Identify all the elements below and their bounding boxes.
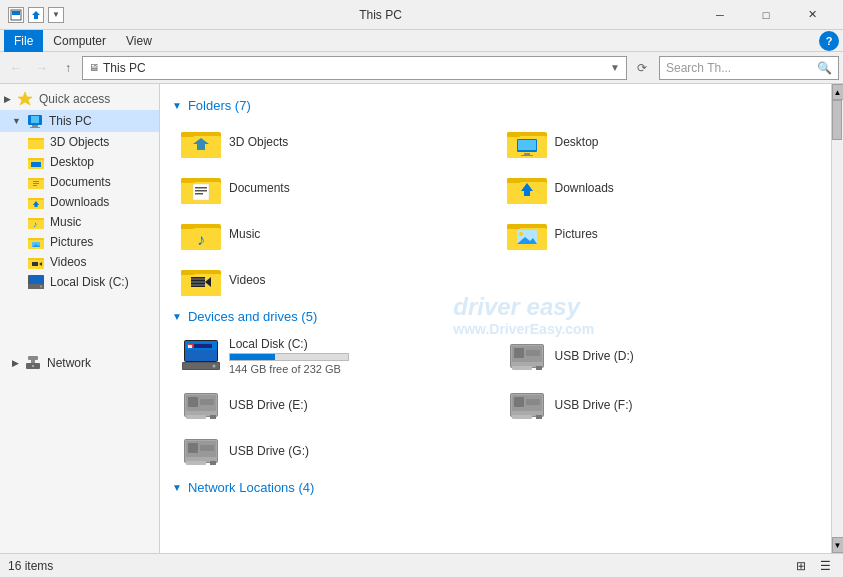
folder-documents-item[interactable]: Documents bbox=[172, 167, 494, 209]
network-section-header[interactable]: ▼ Network Locations (4) bbox=[172, 480, 819, 495]
drive-f-item[interactable]: USB Drive (F:) bbox=[498, 384, 820, 426]
sidebar-network[interactable]: ▶ Network bbox=[0, 352, 159, 374]
folder-pictures-name: Pictures bbox=[555, 227, 598, 241]
network-section-title: Network Locations (4) bbox=[188, 480, 314, 495]
back-button[interactable]: ← bbox=[4, 56, 28, 80]
svg-rect-54 bbox=[518, 140, 536, 150]
sidebar-music-label: Music bbox=[50, 215, 81, 229]
svg-rect-8 bbox=[28, 140, 44, 149]
drives-grid: Local Disk (C:) 144 GB free of 232 GB bbox=[172, 332, 819, 472]
address-dropdown-icon[interactable]: ▼ bbox=[610, 62, 620, 73]
drive-g-info: USB Drive (G:) bbox=[229, 444, 309, 458]
scrollbar[interactable]: ▲ ▼ bbox=[831, 84, 843, 553]
search-bar[interactable]: Search Th... 🔍 bbox=[659, 56, 839, 80]
scroll-thumb[interactable] bbox=[832, 100, 842, 140]
folder-desktop-item[interactable]: Desktop bbox=[498, 121, 820, 163]
drives-section-title: Devices and drives (5) bbox=[188, 309, 317, 324]
close-button[interactable]: ✕ bbox=[789, 0, 835, 30]
drive-c-bar bbox=[229, 353, 349, 361]
svg-rect-40 bbox=[29, 276, 43, 284]
sidebar-thispc[interactable]: ▼ This PC bbox=[0, 110, 159, 132]
drives-chevron-icon: ▼ bbox=[172, 311, 182, 322]
folder-videos-name: Videos bbox=[229, 273, 265, 287]
folder-music-item[interactable]: ♪ Music bbox=[172, 213, 494, 255]
tiles-view-btn[interactable]: ⊞ bbox=[791, 556, 811, 576]
help-button[interactable]: ? bbox=[819, 31, 839, 51]
svg-rect-66 bbox=[507, 178, 521, 183]
forward-button[interactable]: → bbox=[30, 56, 54, 80]
drive-c-item[interactable]: Local Disk (C:) 144 GB free of 232 GB bbox=[172, 332, 494, 380]
sidebar-3dobjects-label: 3D Objects bbox=[50, 135, 109, 149]
svg-rect-49 bbox=[181, 132, 195, 137]
scroll-up-btn[interactable]: ▲ bbox=[832, 84, 844, 100]
window-controls: ─ □ ✕ bbox=[697, 0, 835, 30]
folders-section-header[interactable]: ▼ Folders (7) bbox=[172, 98, 819, 113]
svg-rect-62 bbox=[195, 190, 207, 192]
nav-bar: ← → ↑ 🖥 This PC ▼ ⟳ Search Th... 🔍 bbox=[0, 52, 843, 84]
view-controls: ⊞ ☰ bbox=[791, 556, 835, 576]
svg-rect-9 bbox=[28, 138, 35, 140]
folder-downloads-large-icon bbox=[507, 172, 547, 204]
scroll-down-btn[interactable]: ▼ bbox=[832, 537, 844, 553]
folder-pictures-icon bbox=[28, 235, 44, 249]
list-view-btn[interactable]: ☰ bbox=[815, 556, 835, 576]
sidebar-videos[interactable]: Videos bbox=[0, 252, 159, 272]
drives-section-header[interactable]: ▼ Devices and drives (5) bbox=[172, 309, 819, 324]
drive-c-space: 144 GB free of 232 GB bbox=[229, 363, 349, 375]
folder-documents-large-icon bbox=[181, 172, 221, 204]
svg-rect-100 bbox=[536, 366, 542, 370]
svg-rect-12 bbox=[28, 158, 35, 160]
svg-rect-99 bbox=[526, 350, 540, 356]
sidebar-documents[interactable]: Documents bbox=[0, 172, 159, 192]
title-bar: ▼ This PC ─ □ ✕ bbox=[0, 0, 843, 30]
content-area: ▼ Folders (7) 3D Objects bbox=[160, 84, 831, 553]
folder-3dobjects-item[interactable]: 3D Objects bbox=[172, 121, 494, 163]
folder-desktop-icon bbox=[28, 155, 44, 169]
svg-rect-13 bbox=[31, 162, 41, 167]
refresh-button[interactable]: ⟳ bbox=[631, 57, 653, 79]
drive-e-item[interactable]: USB Drive (E:) bbox=[172, 384, 494, 426]
minimize-button[interactable]: ─ bbox=[697, 0, 743, 30]
svg-rect-59 bbox=[181, 178, 195, 183]
svg-rect-121 bbox=[210, 461, 216, 465]
drive-e-name: USB Drive (E:) bbox=[229, 398, 308, 412]
svg-rect-122 bbox=[186, 461, 206, 465]
svg-rect-63 bbox=[195, 193, 203, 195]
sidebar-localdisk[interactable]: Local Disk (C:) bbox=[0, 272, 159, 292]
folder-3dobjects-icon bbox=[28, 135, 44, 149]
svg-rect-113 bbox=[526, 399, 540, 405]
svg-rect-84 bbox=[191, 281, 205, 283]
svg-text:♪: ♪ bbox=[197, 231, 205, 248]
menu-computer[interactable]: Computer bbox=[43, 32, 116, 50]
svg-rect-115 bbox=[512, 415, 532, 419]
drive-g-item[interactable]: USB Drive (G:) bbox=[172, 430, 494, 472]
svg-rect-52 bbox=[507, 132, 521, 137]
maximize-button[interactable]: □ bbox=[743, 0, 789, 30]
folder-pictures-item[interactable]: Pictures bbox=[498, 213, 820, 255]
svg-rect-107 bbox=[210, 415, 216, 419]
svg-rect-70 bbox=[181, 224, 195, 229]
menu-view[interactable]: View bbox=[116, 32, 162, 50]
sidebar-music[interactable]: ♪ Music bbox=[0, 212, 159, 232]
sidebar: ▶ Quick access ▼ This PC 3D Objects bbox=[0, 84, 160, 553]
drive-f-info: USB Drive (F:) bbox=[555, 398, 633, 412]
sidebar-quickaccess[interactable]: ▶ Quick access bbox=[0, 88, 159, 110]
drive-d-item[interactable]: USB Drive (D:) bbox=[498, 332, 820, 380]
up-button[interactable]: ↑ bbox=[56, 56, 80, 80]
svg-rect-46 bbox=[32, 365, 34, 367]
sidebar-localdisk-label: Local Disk (C:) bbox=[50, 275, 129, 289]
svg-rect-85 bbox=[191, 284, 205, 286]
svg-rect-83 bbox=[191, 278, 205, 280]
sidebar-downloads[interactable]: Downloads bbox=[0, 192, 159, 212]
folder-desktop-large-icon bbox=[507, 126, 547, 158]
svg-rect-5 bbox=[32, 125, 38, 127]
folder-downloads-item[interactable]: Downloads bbox=[498, 167, 820, 209]
sidebar-pictures[interactable]: Pictures bbox=[0, 232, 159, 252]
folder-videos-item[interactable]: Videos bbox=[172, 259, 494, 301]
search-icon[interactable]: 🔍 bbox=[817, 61, 832, 75]
drive-d-info: USB Drive (D:) bbox=[555, 349, 634, 363]
svg-rect-1 bbox=[12, 11, 20, 15]
sidebar-desktop[interactable]: Desktop bbox=[0, 152, 159, 172]
menu-file[interactable]: File bbox=[4, 30, 43, 52]
sidebar-3dobjects[interactable]: 3D Objects bbox=[0, 132, 159, 152]
